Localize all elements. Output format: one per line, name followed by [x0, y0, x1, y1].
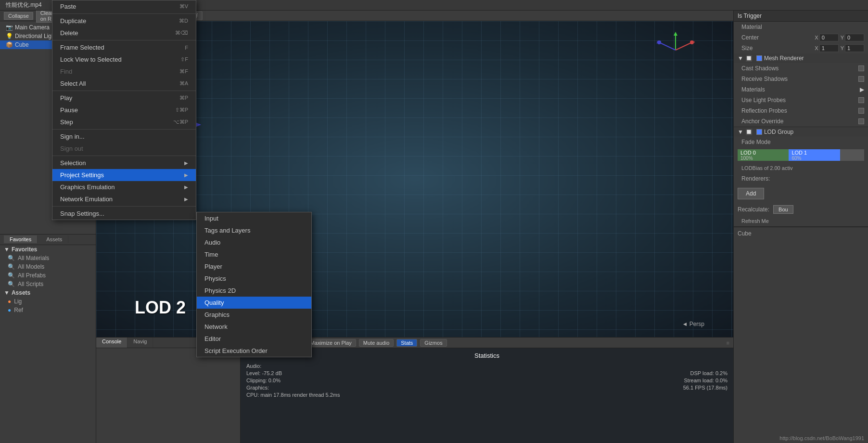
ctx-network-emulation[interactable]: Network Emulation	[52, 193, 196, 205]
sub-network[interactable]: Network	[197, 321, 311, 333]
tab-console[interactable]: Console	[96, 338, 128, 348]
prefab-icon: 🔍	[8, 272, 15, 279]
svg-text:X: X	[693, 40, 695, 44]
sub-physics-2d[interactable]: Physics 2D	[197, 285, 311, 297]
ctx-snap-settings[interactable]: Snap Settings...	[52, 208, 196, 220]
ctx-delete[interactable]: Delete ⌘⌫	[52, 27, 196, 39]
ref-item[interactable]: ● Ref	[0, 306, 96, 314]
sub-physics[interactable]: Physics	[197, 273, 311, 285]
size-y-input[interactable]	[845, 44, 864, 52]
ctx-play-label: Play	[60, 94, 72, 102]
lod-checkbox[interactable]	[756, 129, 762, 135]
assets-folder[interactable]: ▼ Assets	[0, 288, 96, 297]
ctx-sep5	[52, 156, 196, 156]
lod0-bar[interactable]: LOD 0 100%	[738, 149, 789, 161]
ctx-pause[interactable]: Pause ⇧⌘P	[52, 104, 196, 116]
ctx-find-shortcut: ⌘F	[179, 68, 188, 75]
recalc-btn[interactable]: Bou	[773, 205, 793, 214]
fade-mode-label: Fade Mode	[741, 139, 864, 145]
ctx-frame-selected[interactable]: Frame Selected F	[52, 41, 196, 53]
add-renderer-btn[interactable]: Add	[738, 188, 764, 199]
ctx-lock-view[interactable]: Lock View to Selected ⇧F	[52, 53, 196, 65]
ctx-frame-label: Frame Selected	[60, 44, 104, 51]
ctx-find-label: Find	[60, 68, 72, 75]
reflection-probes-label: Reflection Probes	[741, 107, 856, 114]
renderers-row: Renderers:	[734, 173, 868, 184]
svg-marker-8	[674, 32, 677, 36]
recalc-row: Recalculate: Bou	[734, 203, 868, 216]
is-trigger-label: Is Trigger	[738, 13, 762, 19]
tab-favorites[interactable]: Favorites	[4, 235, 38, 243]
center-x-input[interactable]	[819, 34, 839, 41]
camera-icon: 📷	[6, 24, 13, 31]
ctx-project-settings[interactable]: Project Settings	[52, 169, 196, 181]
stats-panel: Statistics Audio: Level: -75.2 dB DSP lo…	[241, 348, 733, 443]
sub-player[interactable]: Player	[197, 261, 311, 273]
ctx-sign-in[interactable]: Sign in...	[52, 130, 196, 143]
gizmos-btn[interactable]: Gizmos	[420, 339, 447, 347]
sub-script-execution-order[interactable]: Script Execution Order	[197, 345, 311, 357]
mesh-renderer-checkbox[interactable]	[756, 55, 762, 61]
lig-item[interactable]: ● Lig	[0, 297, 96, 306]
center-y-input[interactable]	[845, 34, 864, 41]
size-x-input[interactable]	[819, 44, 839, 52]
anchor-override-row: Anchor Override	[734, 116, 868, 127]
ctx-sep2	[52, 40, 196, 40]
mute-audio-btn[interactable]: Mute audio	[359, 339, 394, 347]
lod-group-header[interactable]: ▼ 🔲 LOD Group	[734, 127, 868, 137]
all-prefabs-item[interactable]: 🔍 All Prefabs	[0, 271, 96, 280]
sub-editor-label: Editor	[204, 335, 221, 342]
all-scripts-item[interactable]: 🔍 All Scripts	[0, 280, 96, 288]
chevron-right-icon: ▼	[4, 289, 10, 296]
tab-navigator[interactable]: Navig	[128, 338, 153, 348]
graphics-label: Graphics:	[246, 385, 269, 391]
stats-btn[interactable]: Stats	[396, 339, 417, 347]
favorites-folder[interactable]: ▼ Favorites	[0, 245, 96, 254]
sub-audio[interactable]: Audio	[197, 236, 311, 248]
lod1-bar[interactable]: LOD 1 60%	[789, 149, 840, 161]
mesh-renderer-header[interactable]: ▼ 🔲 Mesh Renderer	[734, 53, 868, 63]
sub-quality[interactable]: Quality	[197, 297, 311, 309]
dsp-load-label: DSP load: 0.2%	[690, 370, 728, 376]
light-probes-checkbox[interactable]	[858, 97, 864, 103]
all-materials-item[interactable]: 🔍 All Materials	[0, 254, 96, 262]
sub-physics-2d-label: Physics 2D	[204, 287, 236, 294]
stats-graphics-row: Graphics: 56.1 FPS (17.8ms)	[246, 385, 728, 391]
sub-time[interactable]: Time	[197, 248, 311, 261]
ctx-sep4	[52, 129, 196, 130]
ctx-play[interactable]: Play ⌘P	[52, 92, 196, 104]
sub-tags-layers[interactable]: Tags and Layers	[197, 224, 311, 236]
ctx-find[interactable]: Find ⌘F	[52, 65, 196, 78]
clipping-label: Clipping: 0.0%	[246, 378, 281, 383]
tab-assets[interactable]: Assets	[40, 235, 68, 243]
ctx-sign-in-label: Sign in...	[60, 133, 85, 140]
ctx-selection[interactable]: Selection	[52, 157, 196, 169]
ctx-step-label: Step	[60, 118, 73, 126]
all-models-item[interactable]: 🔍 All Models	[0, 262, 96, 271]
anchor-override-checkbox[interactable]	[858, 118, 864, 124]
collapse-btn[interactable]: Collapse	[4, 12, 33, 20]
stats-audio-row: Audio:	[246, 363, 728, 369]
sub-editor[interactable]: Editor	[197, 333, 311, 345]
receive-shadows-checkbox[interactable]	[858, 76, 864, 82]
ctx-selection-label: Selection	[60, 159, 86, 167]
cube-label: Cube	[738, 230, 752, 237]
ctx-step[interactable]: Step ⌥⌘P	[52, 116, 196, 128]
ctx-sign-out[interactable]: Sign out	[52, 143, 196, 155]
ctx-delete-label: Delete	[60, 29, 78, 37]
reflection-probes-checkbox[interactable]	[858, 108, 864, 114]
sub-input[interactable]: Input	[197, 212, 311, 224]
materials-label: Materials	[741, 86, 860, 93]
ctx-duplicate[interactable]: Duplicate ⌘D	[52, 15, 196, 27]
receive-shadows-row: Receive Shadows	[734, 74, 868, 84]
stats-cpu-row: CPU: main 17.8ms render thread 5.2ms	[246, 392, 728, 398]
ctx-select-all[interactable]: Select All ⌘A	[52, 78, 196, 90]
fps-label: 56.1 FPS (17.8ms)	[683, 385, 728, 391]
cast-shadows-checkbox[interactable]	[858, 65, 864, 71]
material-icon: 🔍	[8, 255, 15, 261]
ctx-paste[interactable]: Paste ⌘V	[52, 0, 196, 13]
ctx-graphics-emulation[interactable]: Graphics Emulation	[52, 181, 196, 193]
maximize-on-play-btn[interactable]: Maximize on Play	[306, 339, 356, 347]
cube-icon: 📦	[6, 41, 13, 48]
sub-graphics[interactable]: Graphics	[197, 309, 311, 321]
